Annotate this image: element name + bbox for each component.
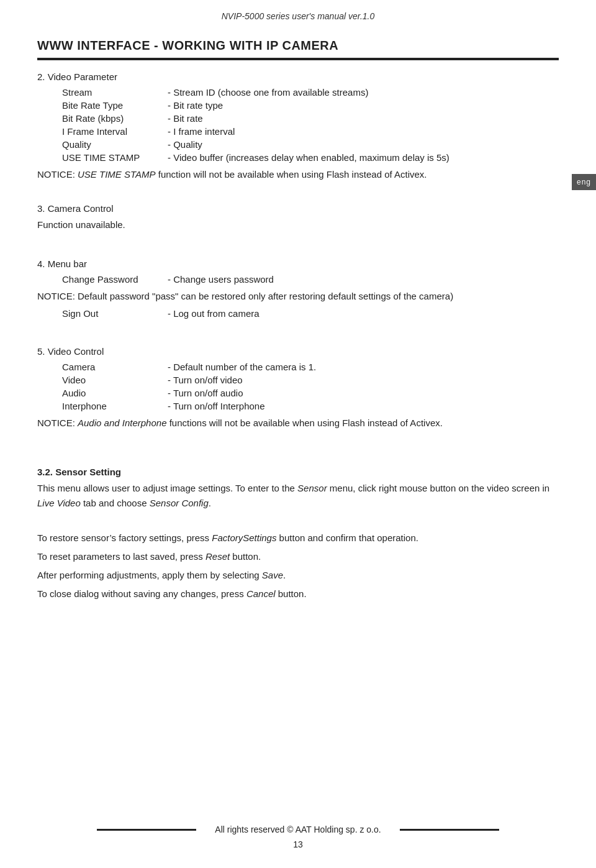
row-desc: - Bit rate type (161, 99, 559, 112)
row-label: Bit Rate (kbps) (37, 112, 161, 125)
row-desc: - Default number of the camera is 1. (161, 360, 559, 373)
footer-page: 13 (37, 839, 559, 849)
table-row: Stream- Stream ID (choose one from avail… (37, 86, 559, 99)
table-row: Video- Turn on/off video (37, 373, 559, 386)
section32-para5: To close dialog without saving any chang… (37, 587, 559, 601)
row-label: Sign Out (37, 307, 161, 320)
row-desc: - Quality (161, 138, 559, 151)
row-label: Bite Rate Type (37, 99, 161, 112)
row-desc: - Log out from camera (161, 307, 559, 320)
section4-table: Change Password - Change users password (37, 273, 559, 286)
row-desc: - Turn on/off Interphone (161, 400, 559, 413)
footer-line-right (400, 829, 499, 831)
footer-text: All rights reserved © AAT Holding sp. z … (215, 825, 381, 834)
section5-table: Camera- Default number of the camera is … (37, 360, 559, 413)
row-desc: - Video buffer (increases delay when ena… (161, 151, 559, 164)
row-desc: - Turn on/off audio (161, 386, 559, 400)
section32-para4: After performing adjustments, apply them… (37, 568, 559, 583)
section32-title: 3.2. Sensor Setting (37, 467, 559, 477)
table-row: Quality- Quality (37, 138, 559, 151)
section32-para3: To reset parameters to last saved, press… (37, 549, 559, 564)
table-row: USE TIME STAMP- Video buffer (increases … (37, 151, 559, 164)
row-label: Interphone (37, 400, 161, 413)
header-title: NVIP-5000 series user's manual ver.1.0 (222, 11, 375, 21)
table-row: Change Password - Change users password (37, 273, 559, 286)
row-label: I Frame Interval (37, 125, 161, 138)
page-header: NVIP-5000 series user's manual ver.1.0 (37, 0, 559, 27)
section2-title: 2. Video Parameter (37, 71, 559, 82)
row-desc: - Change users password (161, 273, 559, 286)
row-label: Change Password (37, 273, 161, 286)
row-label: Quality (37, 138, 161, 151)
eng-badge: eng (572, 174, 596, 190)
table-row: Bit Rate (kbps)- Bit rate (37, 112, 559, 125)
row-label: Camera (37, 360, 161, 373)
footer-line-left (97, 829, 196, 831)
row-desc: - Stream ID (choose one from available s… (161, 86, 559, 99)
section4-table2: Sign Out - Log out from camera (37, 307, 559, 320)
section32-para2: To restore sensor’s factory settings, pr… (37, 531, 559, 546)
table-row: I Frame Interval- I frame interval (37, 125, 559, 138)
table-row: Camera- Default number of the camera is … (37, 360, 559, 373)
section5-notice: NOTICE: Audio and Interphone functions w… (37, 416, 559, 431)
section3-title: 3. Camera Control (37, 203, 559, 214)
table-row: Sign Out - Log out from camera (37, 307, 559, 320)
row-label: Audio (37, 386, 161, 400)
main-title: WWW INTERFACE - WORKING WITH IP CAMERA (37, 39, 559, 53)
table-row: Bite Rate Type- Bit rate type (37, 99, 559, 112)
section5-title: 5. Video Control (37, 346, 559, 357)
row-label: Stream (37, 86, 161, 99)
row-desc: - Bit rate (161, 112, 559, 125)
row-label: Video (37, 373, 161, 386)
row-label: USE TIME STAMP (37, 151, 161, 164)
table-row: Audio- Turn on/off audio (37, 386, 559, 400)
row-desc: - I frame interval (161, 125, 559, 138)
section2-table: Stream- Stream ID (choose one from avail… (37, 86, 559, 164)
section4-title: 4. Menu bar (37, 258, 559, 269)
thick-divider (37, 58, 559, 60)
row-desc: - Turn on/off video (161, 373, 559, 386)
table-row: Interphone- Turn on/off Interphone (37, 400, 559, 413)
section4-notice: NOTICE: Default password "pass" can be r… (37, 290, 559, 304)
section3-text: Function unavailable. (37, 217, 559, 232)
footer: All rights reserved © AAT Holding sp. z … (0, 825, 596, 849)
section2-notice: NOTICE: USE TIME STAMP function will not… (37, 168, 559, 182)
section32-para1: This menu allows user to adjust image se… (37, 481, 559, 511)
